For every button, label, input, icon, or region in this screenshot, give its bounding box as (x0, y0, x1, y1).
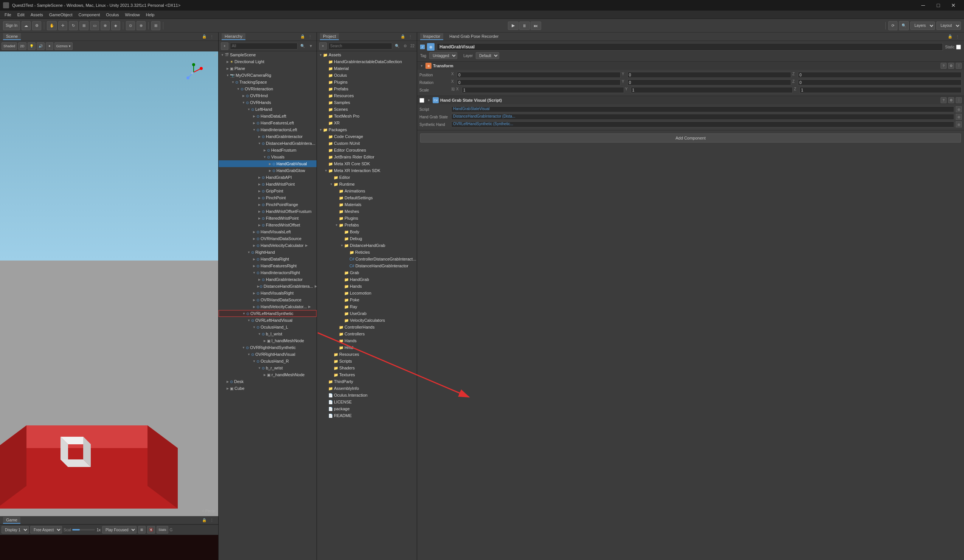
project-item-package[interactable]: 📄package (317, 405, 417, 412)
project-item-JetBrains-Rider-Editor[interactable]: 📁JetBrains Rider Editor (317, 153, 417, 160)
project-add-btn[interactable]: + (319, 42, 327, 50)
tab-hand-grab-pose-recorder[interactable]: Hand Grab Pose Recorder (446, 33, 502, 40)
scene-lock-btn[interactable]: 🔒 (201, 33, 208, 40)
transform-component-header[interactable]: ▼ ⊕ Transform ? ⚙ ⋮ (417, 62, 964, 70)
scene-2d-btn[interactable]: 2D (18, 42, 26, 50)
snap-btn[interactable]: ⊞ (151, 21, 160, 30)
scale-x[interactable] (462, 87, 624, 93)
hierarchy-item-ovr_right_hand_visual[interactable]: ▼⊙OVRRightHandVisual (218, 351, 316, 358)
hierarchy-item-oculus_hand_l[interactable]: ▼⊙OculusHand_L (218, 324, 316, 330)
rotation-z[interactable] (798, 80, 962, 85)
tool-move[interactable]: ✛ (58, 21, 67, 30)
scale-y[interactable] (631, 87, 793, 93)
synthetic-hand-pick-btn[interactable]: ◎ (956, 121, 962, 127)
hierarchy-item-ovr_hmd[interactable]: ▶⊙OVRHmd (218, 92, 316, 99)
hand-grab-state-pick-btn[interactable]: ◎ (956, 114, 962, 120)
project-item-Animations[interactable]: 📁Animations (317, 187, 417, 194)
hierarchy-item-ovr_left_hand_visual[interactable]: ▼⊙OVRLeftHandVisual (218, 317, 316, 324)
project-item-Code-Coverage[interactable]: 📁Code Coverage (317, 133, 417, 140)
menu-window[interactable]: Window (122, 12, 143, 18)
static-checkbox[interactable] (956, 45, 961, 49)
menu-component[interactable]: Component (75, 12, 103, 18)
pivot-btn[interactable]: ⊙ (126, 21, 135, 30)
project-item-Prefabs[interactable]: ▼📁Prefabs (317, 221, 417, 228)
project-item-ControllerHands[interactable]: 📁ControllerHands (317, 324, 417, 330)
project-item-Scripts[interactable]: 📁Scripts (317, 358, 417, 365)
hierarchy-item-hand_grab_glow[interactable]: ▶⊙HandGrabGlow (218, 167, 316, 174)
layers-dropdown[interactable]: Layers (910, 21, 935, 30)
project-item-Editor-Coroutines[interactable]: 📁Editor Coroutines (317, 147, 417, 153)
project-item-Textures[interactable]: 📁Textures (317, 371, 417, 378)
aspect-select[interactable]: Free Aspect (30, 526, 62, 534)
script-info-btn[interactable]: ? (941, 97, 947, 103)
hierarchy-item-plane[interactable]: ▶▣Plane (218, 65, 316, 72)
project-item-Oculus-Interaction[interactable]: 📄Oculus.Interaction (317, 392, 417, 399)
project-item-Materials[interactable]: 📁Materials (317, 201, 417, 208)
sign-in-button[interactable]: Sign In (3, 21, 20, 30)
project-item-DefaultSettings[interactable]: 📁DefaultSettings (317, 194, 417, 201)
tool-hand[interactable]: ✋ (47, 21, 57, 30)
tool-transform[interactable]: ⊕ (101, 21, 110, 30)
project-item-VelocityCalculators[interactable]: 📁VelocityCalculators (317, 317, 417, 324)
stats-btn[interactable]: Stats (156, 526, 168, 534)
project-item-Ray[interactable]: 📁Ray (317, 303, 417, 310)
project-item-Shaders[interactable]: 📁Shaders (317, 365, 417, 371)
tab-scene[interactable]: Scene (3, 33, 21, 40)
menu-file[interactable]: File (2, 12, 15, 18)
project-item-Resources[interactable]: 📁Resources (317, 92, 417, 99)
project-item-Custom-NUnit[interactable]: 📁Custom NUnit (317, 140, 417, 147)
rotation-y[interactable] (627, 80, 791, 85)
scene-fx-btn[interactable]: ✦ (46, 42, 53, 50)
hierarchy-item-b_l_wrist[interactable]: ▼⊙b_l_wrist (218, 330, 316, 337)
hierarchy-item-hand_grab_interactor[interactable]: ▶⊙HandGrabInteractor (218, 133, 316, 140)
project-item-DistanceHandGrab[interactable]: ▼📁DistanceHandGrab (317, 242, 417, 249)
hierarchy-item-hand_velocity_calculator_r[interactable]: ▶⊙HandVelocityCalculator...▶ (218, 303, 316, 310)
rotation-x[interactable] (457, 80, 620, 85)
project-item-Samples[interactable]: 📁Samples (317, 99, 417, 106)
tab-project[interactable]: Project (320, 33, 339, 40)
hierarchy-item-directional_light[interactable]: ▶☀Directional Light (218, 58, 316, 65)
project-item-Prefabs[interactable]: 📁Prefabs (317, 85, 417, 92)
layout-dropdown[interactable]: Layout (936, 21, 961, 30)
cloud-button[interactable]: ☁ (21, 21, 31, 30)
project-item-ThirdParty[interactable]: 📁ThirdParty (317, 378, 417, 385)
menu-oculus[interactable]: Oculus (103, 12, 122, 18)
project-search-btn[interactable]: 🔍 (394, 43, 401, 49)
hierarchy-item-hand_grab_visual[interactable]: ▶⊙HandGrabVisual (218, 160, 316, 167)
project-item-Resources[interactable]: 📁Resources (317, 351, 417, 358)
add-component-button[interactable]: Add Component (420, 133, 961, 143)
project-item-Scenes[interactable]: 📁Scenes (317, 106, 417, 113)
position-y[interactable] (627, 72, 791, 78)
project-item-ControllerDistanceGrabInteract---[interactable]: C#ControllerDistanceGrabInteract... (317, 256, 417, 262)
hierarchy-item-hand_interactors_right[interactable]: ▼⊙HandInteractorsRight (218, 269, 316, 276)
inspector-menu-btn[interactable]: ⋮ (954, 33, 961, 40)
scale-z[interactable] (800, 87, 962, 93)
object-enabled-checkbox[interactable]: ✓ (420, 45, 425, 49)
play-button[interactable]: ▶ (508, 21, 518, 30)
hierarchy-item-ovr_hand_data_source[interactable]: ▶⊙OVRHandDataSource (218, 235, 316, 242)
hierarchy-filter-btn[interactable]: ▼ (308, 43, 314, 49)
hierarchy-item-filtered_wrist_offset[interactable]: ▶⊙FilteredWristOffset (218, 221, 316, 228)
close-button[interactable]: ✕ (946, 0, 961, 11)
project-item-Plugins[interactable]: 📁Plugins (317, 215, 417, 221)
project-item-Meta-XR-Interaction-SDK[interactable]: ▼📁Meta XR Interaction SDK (317, 167, 417, 174)
hierarchy-item-distance_hand_grab_intera[interactable]: ▼⊙DistanceHandGrabIntera... (218, 140, 316, 147)
display-select[interactable]: Display 1 (2, 526, 29, 534)
hierarchy-item-tracking_space[interactable]: ▼⊙TrackingSpace (218, 79, 316, 85)
menu-edit[interactable]: Edit (15, 12, 28, 18)
project-item-README[interactable]: 📄README (317, 412, 417, 419)
position-x[interactable] (457, 72, 620, 78)
mute-btn[interactable]: 🔇 (147, 526, 155, 534)
hierarchy-item-hand_data_left[interactable]: ▶⊙HandDataLeft (218, 113, 316, 119)
hierarchy-item-hand_features_left[interactable]: ▶⊙HandFeaturesLeft (218, 119, 316, 126)
project-item-Reticles[interactable]: 📁Reticles (317, 249, 417, 256)
script-settings-btn[interactable]: ⚙ (948, 97, 954, 103)
transform-more-btn[interactable]: ⋮ (956, 63, 962, 69)
scene-audio-btn[interactable]: 🔊 (37, 42, 45, 50)
project-item-HandGrabInteractableDataCollection[interactable]: 📁HandGrabInteractableDataCollection (317, 58, 417, 65)
search-btn[interactable]: 🔍 (899, 21, 909, 30)
hierarchy-item-my_ovr_camera_rig[interactable]: ▼📷MyOVRCameraRig (218, 72, 316, 79)
hierarchy-item-hand_velocity_calculator[interactable]: ▶⊙HandVelocityCalculator▶ (218, 242, 316, 249)
inspector-lock-btn[interactable]: 🔒 (947, 33, 953, 40)
script-more-btn[interactable]: ⋮ (956, 97, 962, 103)
